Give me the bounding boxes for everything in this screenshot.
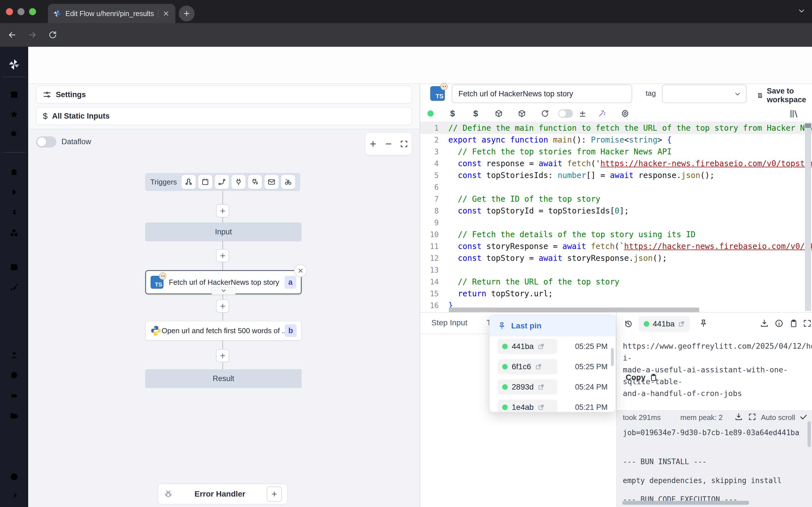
code-line[interactable]: 1// Define the main function to fetch th… — [420, 122, 812, 134]
code-line[interactable]: 4 const response = await fetch('https://… — [420, 158, 812, 170]
routes-icon[interactable] — [9, 282, 19, 292]
add-plus-icon[interactable] — [9, 302, 19, 312]
result-node[interactable]: Result — [145, 369, 302, 388]
static-inputs-button[interactable]: $ — [441, 109, 464, 118]
external-link-icon[interactable] — [538, 404, 545, 411]
windmill-logo[interactable] — [8, 58, 20, 71]
code-line[interactable]: 11 const storyResponse = await fetch(`ht… — [420, 240, 812, 252]
code-line[interactable]: 10 // Fetch the details of the top story… — [420, 229, 812, 240]
triggers-node[interactable]: Triggers — [145, 173, 300, 191]
pin-menu-item[interactable]: 441ba05:25 PM — [490, 336, 615, 356]
favorites-star-icon[interactable] — [9, 110, 19, 119]
code-line[interactable]: 2export async function main(): Promise<s… — [420, 134, 812, 146]
runs-play-icon[interactable] — [9, 187, 19, 197]
fullscreen-icon[interactable] — [748, 413, 756, 421]
ai-assistant-button[interactable] — [591, 109, 613, 118]
code-vertical-scrollbar[interactable] — [805, 123, 811, 311]
websocket-trigger-button[interactable] — [232, 175, 246, 189]
download-icon[interactable] — [734, 413, 743, 421]
add-step-button[interactable] — [216, 249, 229, 262]
external-link-icon[interactable] — [678, 321, 685, 327]
add-step-button[interactable] — [216, 349, 229, 362]
macos-minimize-button[interactable] — [17, 8, 24, 15]
step-b-node[interactable]: Open url and fetch first 500 words of ..… — [145, 321, 302, 341]
kafka-trigger-button[interactable] — [248, 175, 262, 189]
history-icon[interactable] — [624, 320, 633, 328]
search-icon[interactable] — [9, 129, 19, 139]
pin-id-badge[interactable]: 441ba — [498, 339, 557, 354]
tag-select[interactable] — [662, 84, 747, 103]
library-icon[interactable] — [789, 109, 799, 119]
tab-close-icon[interactable] — [162, 10, 170, 17]
check-icon[interactable] — [799, 413, 808, 421]
result-pin-badge[interactable]: 441ba — [639, 316, 690, 332]
new-tab-button[interactable] — [179, 6, 195, 21]
save-to-workspace-button[interactable]: Save to workspace — [757, 87, 812, 104]
pin-menu-item[interactable]: 6f1c605:25 PM — [490, 356, 615, 377]
code-line[interactable]: 12 const topStory = await storyResponse.… — [420, 252, 812, 264]
schedules-calendar-icon[interactable] — [9, 262, 19, 272]
copy-result-button[interactable]: Copy — [626, 373, 658, 382]
log-horizontal-scrollbar[interactable] — [622, 501, 749, 505]
audit-logs-list-icon[interactable] — [9, 431, 19, 441]
code-line[interactable]: 8 const topStoryId = topStoriesIds[0]; — [420, 205, 812, 217]
clipboard-icon[interactable] — [789, 319, 798, 328]
diff-mode-toggle[interactable] — [557, 109, 574, 118]
fit-view-icon[interactable] — [400, 140, 408, 148]
dataflow-toggle[interactable] — [36, 136, 56, 148]
dependencies-button[interactable] — [510, 109, 534, 118]
expand-sidebar-arrow-icon[interactable] — [9, 491, 19, 500]
user-icon[interactable] — [9, 350, 19, 360]
code-line[interactable]: 9 — [420, 217, 812, 229]
reload-button[interactable] — [47, 30, 58, 40]
pin-menu-item[interactable]: 2893d05:24 PM — [490, 377, 615, 397]
back-button[interactable] — [7, 30, 17, 40]
pin-id-badge[interactable]: 1e4ab — [498, 400, 557, 412]
error-handler-node[interactable]: Error Handler — [158, 484, 288, 504]
editor-settings-button[interactable] — [613, 109, 637, 118]
webhook-trigger-button[interactable] — [182, 175, 196, 189]
scheduled-poll-trigger-button[interactable] — [281, 175, 295, 189]
http-route-trigger-button[interactable] — [215, 175, 229, 189]
explore-packages-button[interactable] — [487, 109, 510, 118]
settings-gear-icon[interactable] — [9, 371, 19, 380]
log-vertical-scrollbar[interactable] — [808, 421, 811, 447]
pin-menu-item[interactable]: 1e4ab05:21 PM — [490, 397, 615, 412]
variables-button[interactable]: $ — [464, 109, 487, 118]
remove-step-button[interactable] — [294, 264, 307, 277]
macos-close-button[interactable] — [6, 8, 13, 15]
code-line[interactable]: 13 — [420, 264, 812, 276]
step-a-node-selected[interactable]: TS Fetch url of HackerNews top story a — [145, 270, 302, 294]
external-link-icon[interactable] — [538, 384, 545, 390]
resources-cubes-icon[interactable] — [9, 228, 19, 237]
forward-button[interactable] — [27, 30, 38, 40]
info-icon[interactable] — [774, 319, 783, 328]
zoom-in-icon[interactable] — [369, 140, 377, 148]
add-error-handler-button[interactable] — [267, 487, 282, 502]
pin-icon[interactable] — [699, 319, 708, 328]
code-editor[interactable]: 1// Define the main function to fetch th… — [420, 122, 812, 312]
step-title-input[interactable]: Fetch url of HackerNews top story — [452, 84, 632, 103]
code-horizontal-scrollbar[interactable] — [449, 307, 699, 312]
expand-step-chevron[interactable] — [211, 287, 236, 295]
external-link-icon[interactable] — [535, 363, 542, 370]
download-icon[interactable] — [760, 319, 769, 328]
code-line[interactable]: 6 — [420, 181, 812, 193]
all-static-inputs-row[interactable]: $ All Static Inputs — [36, 107, 412, 125]
external-link-icon[interactable] — [538, 343, 545, 350]
macos-zoom-button[interactable] — [29, 8, 36, 15]
schedule-trigger-button[interactable] — [198, 175, 212, 189]
tab-step-input[interactable]: Step Input — [432, 318, 467, 327]
settings-row[interactable]: Settings — [36, 86, 412, 104]
folders-icon[interactable] — [9, 411, 19, 420]
home-icon[interactable] — [9, 167, 19, 177]
last-pin-option[interactable]: Last pin — [490, 316, 615, 336]
workers-robot-icon[interactable] — [9, 391, 19, 400]
code-line[interactable]: 5 const topStoriesIds: number[] = await … — [420, 170, 812, 181]
zoom-out-icon[interactable] — [384, 140, 393, 148]
add-step-button[interactable] — [216, 204, 229, 217]
pin-id-badge[interactable]: 6f1c6 — [498, 359, 557, 374]
pin-id-badge[interactable]: 2893d — [498, 379, 557, 395]
add-step-button[interactable] — [216, 299, 229, 313]
email-trigger-button[interactable] — [264, 175, 278, 189]
